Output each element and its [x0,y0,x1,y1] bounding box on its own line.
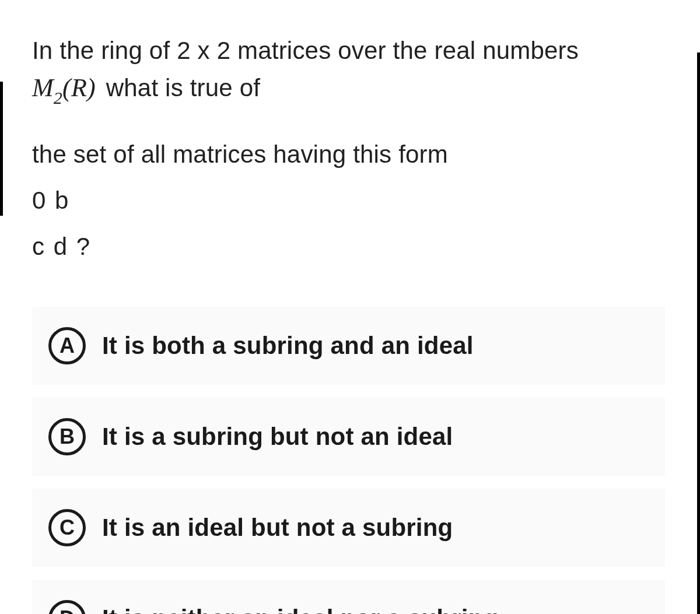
question-math-suffix-line: M2(R) what is true of [32,74,260,101]
option-letter-badge: B [48,418,86,455]
question-line-1: In the ring of 2 x 2 matrices over the r… [32,32,665,69]
left-vertical-rule [0,82,3,216]
option-b[interactable]: B It is a subring but not an ideal [32,398,665,476]
matrix-row-1: 0 b [32,182,665,219]
option-text: It is an ideal but not a subring [102,514,453,542]
question-stem: In the ring of 2 x 2 matrices over the r… [32,32,665,265]
option-letter-badge: D [48,600,86,614]
option-c[interactable]: C It is an ideal but not a subring [32,489,665,567]
question-line1-suffix: what is true of [99,74,260,101]
math-expression: M2(R) [32,73,99,102]
option-text: It is both a subring and an ideal [102,332,474,360]
matrix-row-2: c d ? [32,228,665,265]
option-letter-badge: C [48,509,86,546]
option-text: It is a subring but not an ideal [102,423,453,451]
right-vertical-rule [697,52,700,614]
option-d[interactable]: D It is neither an ideal nor a subring [32,580,665,614]
answer-options: A It is both a subring and an ideal B It… [32,307,665,614]
question-line-2: the set of all matrices having this form [32,136,665,173]
option-letter-badge: A [48,327,86,364]
option-a[interactable]: A It is both a subring and an ideal [32,307,665,385]
option-text: It is neither an ideal nor a subring [102,605,498,614]
question-container: In the ring of 2 x 2 matrices over the r… [0,0,700,614]
